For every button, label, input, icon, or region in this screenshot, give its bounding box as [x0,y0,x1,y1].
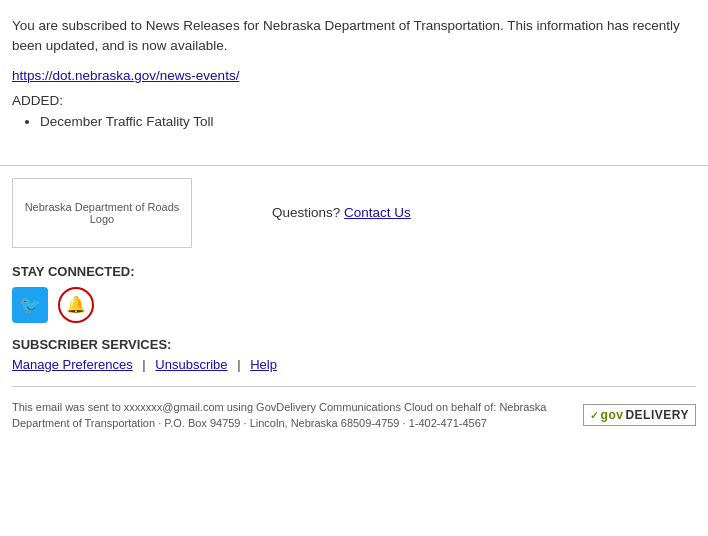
twitter-bird-icon: 🐦 [19,294,41,316]
notify-icon-button[interactable]: 🔔 [58,287,94,323]
contact-us-link[interactable]: Contact Us [344,205,411,220]
footer-bottom-divider [12,386,696,387]
footer-section: Nebraska Department of Roads Logo Questi… [0,166,708,442]
social-icons-row: 🐦 🔔 [12,287,696,323]
added-items-list: December Traffic Fatality Toll [40,114,696,129]
list-item: December Traffic Fatality Toll [40,114,696,129]
footer-legal-text: This email was sent to xxxxxxx@gmail.com… [12,399,572,432]
manage-preferences-link[interactable]: Manage Preferences [12,357,133,372]
gov-black-text: DELIVERY [625,408,689,422]
gov-green-text: gov [601,408,624,422]
help-link[interactable]: Help [250,357,277,372]
subscriber-links-row: Manage Preferences | Unsubscribe | Help [12,357,696,372]
intro-paragraph: You are subscribed to News Releases for … [12,16,696,57]
footer-bottom: This email was sent to xxxxxxx@gmail.com… [12,395,696,442]
logo-container: Nebraska Department of Roads Logo [12,178,192,248]
questions-label: Questions? [272,205,340,220]
news-events-link[interactable]: https://dot.nebraska.gov/news-events/ [12,68,239,83]
separator-2: | [237,357,240,372]
footer-top: Nebraska Department of Roads Logo Questi… [12,178,696,248]
bell-icon: 🔔 [66,295,86,314]
logo-text: Nebraska Department of Roads Logo [19,201,185,225]
govdelivery-logo: ✓ govDELIVERY [583,404,696,426]
questions-area: Questions? Contact Us [212,205,411,220]
subscriber-services-label: SUBSCRIBER SERVICES: [12,337,696,352]
unsubscribe-link[interactable]: Unsubscribe [155,357,227,372]
separator-1: | [142,357,145,372]
main-content: You are subscribed to News Releases for … [0,0,708,145]
twitter-icon-button[interactable]: 🐦 [12,287,48,323]
checkmark-icon: ✓ [590,410,599,421]
added-label: ADDED: [12,93,696,108]
stay-connected-label: STAY CONNECTED: [12,264,696,279]
